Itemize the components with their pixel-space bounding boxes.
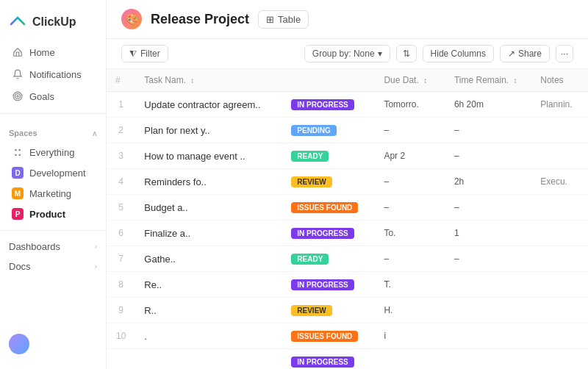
- share-icon: ↗: [508, 49, 515, 59]
- col-header-time[interactable]: Time Remain. ↕: [445, 69, 531, 92]
- development-icon: D: [12, 167, 24, 179]
- sidebar-item-notifications-label: Notifications: [29, 69, 82, 80]
- sidebar-item-notifications[interactable]: Notifications: [3, 63, 103, 85]
- row-num: 7: [107, 246, 135, 272]
- row-notes: [531, 195, 588, 221]
- row-time-remaining: –: [445, 118, 531, 143]
- sidebar-item-dashboards-label: Dashboards: [9, 241, 60, 252]
- row-status[interactable]: ISSUES FOUND: [282, 323, 375, 349]
- user-avatar[interactable]: [9, 334, 29, 354]
- table-row[interactable]: 1Update contractor agreem..IN PROGRESSTo…: [107, 92, 588, 118]
- col-header-status: [282, 69, 375, 92]
- table-row[interactable]: 3How to manage event ..READYApr 2–: [107, 143, 588, 169]
- share-button[interactable]: ↗ Share: [500, 45, 550, 62]
- row-num: 5: [107, 195, 135, 221]
- table-row[interactable]: 6Finalize a..IN PROGRESSTo.1: [107, 221, 588, 246]
- row-task-name[interactable]: Plan for next y..: [135, 118, 282, 143]
- table-row[interactable]: 7Gathe..READY––: [107, 246, 588, 272]
- group-chevron-icon: ▾: [378, 49, 382, 59]
- row-task-name[interactable]: Budget a..: [135, 195, 282, 221]
- row-status[interactable]: IN PROGRESS: [282, 272, 375, 298]
- sidebar-divider-1: [0, 113, 106, 114]
- everything-icon: ::: [12, 146, 24, 158]
- more-icon: ···: [561, 49, 568, 59]
- sidebar-item-marketing-label: Marketing: [29, 188, 71, 199]
- row-status[interactable]: PENDING: [282, 118, 375, 143]
- row-time-remaining: –: [445, 143, 531, 169]
- sidebar-item-dashboards[interactable]: Dashboards ›: [0, 237, 106, 257]
- sidebar-item-development[interactable]: D Development: [3, 162, 103, 183]
- table-icon: ⊞: [266, 14, 274, 25]
- row-time-remaining: [445, 298, 531, 323]
- row-status[interactable]: ISSUES FOUND: [282, 195, 375, 221]
- row-notes: [531, 349, 588, 370]
- group-by-button[interactable]: Group by: None ▾: [304, 45, 390, 62]
- main-content: 🎨 Release Project ⊞ Table ⧨ Filter Group…: [107, 0, 588, 369]
- dashboards-chevron: ›: [95, 243, 97, 251]
- sidebar-item-marketing[interactable]: M Marketing: [3, 183, 103, 204]
- table-row[interactable]: 5Budget a..ISSUES FOUND––: [107, 195, 588, 221]
- row-status[interactable]: REVIEW: [282, 169, 375, 195]
- table-row[interactable]: IN PROGRESS: [107, 349, 588, 370]
- sidebar-item-goals-label: Goals: [29, 91, 54, 102]
- row-status[interactable]: READY: [282, 143, 375, 169]
- col-header-notes[interactable]: Notes: [531, 69, 588, 92]
- row-due-date: T.: [375, 272, 445, 298]
- row-status[interactable]: IN PROGRESS: [282, 349, 375, 370]
- row-due-date: H.: [375, 298, 445, 323]
- row-status[interactable]: IN PROGRESS: [282, 221, 375, 246]
- row-task-name[interactable]: Finalize a..: [135, 221, 282, 246]
- app-logo: ClickUp: [0, 9, 106, 41]
- svg-point-2: [17, 96, 18, 97]
- table-row[interactable]: 4Reminders fo..REVIEW–2hExecu.: [107, 169, 588, 195]
- row-task-name[interactable]: Update contractor agreem..: [135, 92, 282, 118]
- table-row[interactable]: 9R..REVIEWH.: [107, 298, 588, 323]
- row-status[interactable]: IN PROGRESS: [282, 92, 375, 118]
- table-header-row: # Task Nam. ↕ Due Dat. ↕ Time Remain. ↕: [107, 69, 588, 92]
- sidebar-item-product[interactable]: P Product: [3, 204, 103, 224]
- name-sort-icon: ↕: [190, 76, 194, 85]
- row-notes: Execu.: [531, 169, 588, 195]
- row-num: 2: [107, 118, 135, 143]
- row-time-remaining: –: [445, 246, 531, 272]
- col-header-name[interactable]: Task Nam. ↕: [135, 69, 282, 92]
- row-due-date: –: [375, 118, 445, 143]
- row-status[interactable]: READY: [282, 246, 375, 272]
- row-status[interactable]: REVIEW: [282, 298, 375, 323]
- table-row[interactable]: 10.ISSUES FOUNDi: [107, 323, 588, 349]
- row-time-remaining: 2h: [445, 169, 531, 195]
- row-task-name[interactable]: .: [135, 323, 282, 349]
- col-header-due[interactable]: Due Dat. ↕: [375, 69, 445, 92]
- row-task-name[interactable]: Reminders fo..: [135, 169, 282, 195]
- spaces-chevron: ∧: [92, 129, 97, 137]
- filter-button[interactable]: ⧨ Filter: [121, 45, 168, 62]
- row-num: 9: [107, 298, 135, 323]
- sidebar-item-goals[interactable]: Goals: [3, 85, 103, 107]
- row-due-date: –: [375, 246, 445, 272]
- sort-button[interactable]: ⇅: [396, 45, 417, 62]
- sidebar-item-home[interactable]: Home: [3, 41, 103, 63]
- table-row[interactable]: 2Plan for next y..PENDING––: [107, 118, 588, 143]
- row-task-name[interactable]: R..: [135, 298, 282, 323]
- view-table-button[interactable]: ⊞ Table: [258, 10, 309, 29]
- row-task-name[interactable]: Gathe..: [135, 246, 282, 272]
- data-table-container: # Task Nam. ↕ Due Dat. ↕ Time Remain. ↕: [107, 69, 588, 369]
- row-time-remaining: 1: [445, 221, 531, 246]
- sidebar-item-docs-label: Docs: [9, 261, 31, 272]
- sidebar-item-docs[interactable]: Docs ›: [0, 257, 106, 276]
- sidebar-item-everything-label: Everything: [29, 147, 74, 158]
- bell-icon: [12, 68, 24, 80]
- row-num: 10: [107, 323, 135, 349]
- sidebar-item-everything[interactable]: :: Everything: [3, 142, 103, 162]
- project-icon: 🎨: [121, 9, 142, 29]
- hide-columns-button[interactable]: Hide Columns: [423, 45, 494, 62]
- row-task-name[interactable]: [135, 349, 282, 370]
- row-time-remaining: –: [445, 195, 531, 221]
- row-notes: [531, 298, 588, 323]
- table-row[interactable]: 8Re..IN PROGRESST.: [107, 272, 588, 298]
- row-notes: [531, 272, 588, 298]
- row-task-name[interactable]: Re..: [135, 272, 282, 298]
- more-options-button[interactable]: ···: [556, 45, 573, 62]
- row-task-name[interactable]: How to manage event ..: [135, 143, 282, 169]
- row-time-remaining: [445, 349, 531, 370]
